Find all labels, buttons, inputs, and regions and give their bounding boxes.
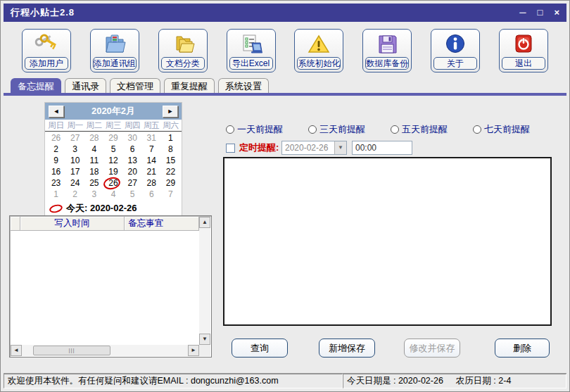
calendar-day[interactable]: 1 xyxy=(161,132,180,144)
calendar-prev-button[interactable]: ◄ xyxy=(49,106,64,118)
calendar-day[interactable]: 1 xyxy=(46,189,65,200)
calendar-day[interactable]: 4 xyxy=(103,189,122,200)
reminder-date-dropdown[interactable]: 2020-02-26 ▼ xyxy=(281,141,347,155)
calendar-day-grid: 2627282930311234567891011121314151617181… xyxy=(45,132,182,201)
calendar-day[interactable]: 6 xyxy=(123,144,142,155)
scroll-left-icon[interactable]: ◄ xyxy=(11,345,22,356)
export-excel-button[interactable]: 导出Excel xyxy=(227,29,276,72)
calendar-weekday: 周六 xyxy=(161,120,180,131)
minimize-button[interactable]: ─ xyxy=(519,4,526,22)
calendar-day[interactable]: 18 xyxy=(84,166,103,177)
calendar-day[interactable]: 30 xyxy=(123,132,142,144)
tool-button-label: 退出 xyxy=(502,57,545,70)
radio-one-day-before[interactable]: 一天前提醒 xyxy=(226,123,283,136)
calendar-day[interactable]: 7 xyxy=(142,144,161,155)
calendar-next-button[interactable]: ► xyxy=(163,106,178,118)
calendar-day[interactable]: 5 xyxy=(103,144,122,155)
tab-document-manage[interactable]: 文档管理 xyxy=(110,78,160,93)
timed-reminder-row: 定时提醒: xyxy=(226,141,279,155)
calendar-day[interactable]: 19 xyxy=(103,166,122,177)
calendar-day[interactable]: 29 xyxy=(161,177,180,189)
radio-five-days-before[interactable]: 五天前提醒 xyxy=(391,123,448,136)
window-title: 行程小贴士2.8 xyxy=(11,6,75,19)
calendar-day[interactable]: 23 xyxy=(46,177,65,189)
query-button[interactable]: 查询 xyxy=(232,339,288,358)
tab-memo-reminder[interactable]: 备忘提醒 xyxy=(11,78,61,93)
calendar-day[interactable]: 28 xyxy=(142,177,161,189)
column-header-write-time[interactable]: 写入时间 xyxy=(20,217,125,231)
tab-system-settings[interactable]: 系统设置 xyxy=(218,78,269,93)
add-user-button[interactable]: 添加用户 xyxy=(22,29,71,72)
timed-reminder-checkbox[interactable] xyxy=(226,144,235,153)
memo-table[interactable]: 写入时间 备忘事宜 ▲ ▼ ◄ ||| ► xyxy=(9,215,212,358)
column-header-memo[interactable]: 备忘事宜 xyxy=(125,217,199,231)
calendar-day[interactable]: 22 xyxy=(161,166,180,177)
chevron-down-icon[interactable]: ▼ xyxy=(334,141,346,154)
calendar-day[interactable]: 28 xyxy=(84,132,103,144)
info-icon xyxy=(433,32,477,57)
tab-underline-band xyxy=(4,93,566,96)
scroll-down-icon[interactable]: ▼ xyxy=(199,334,210,345)
calendar-day[interactable]: 31 xyxy=(142,132,161,144)
close-button[interactable]: × xyxy=(554,4,559,22)
reminder-time-input[interactable]: 00:00 xyxy=(352,141,412,155)
calendar-day[interactable]: 9 xyxy=(46,155,65,166)
maximize-button[interactable]: □ xyxy=(538,4,543,22)
folders-icon xyxy=(161,32,205,57)
calendar-day[interactable]: 11 xyxy=(84,155,103,166)
calendar-day[interactable]: 29 xyxy=(103,132,122,144)
vertical-scrollbar[interactable]: ▲ ▼ xyxy=(199,217,210,345)
calendar-day[interactable]: 7 xyxy=(161,189,180,200)
scroll-up-icon[interactable]: ▲ xyxy=(199,217,210,228)
radio-icon xyxy=(473,125,481,134)
toolbar: 添加用户 添加通讯组 xyxy=(4,25,566,77)
exit-button[interactable]: 退出 xyxy=(499,29,548,72)
tab-repeat-reminder[interactable]: 重复提醒 xyxy=(164,78,215,93)
status-welcome-text: 欢迎使用本软件。有任何疑问和建议请EMAIL : dongcunzhi@163.… xyxy=(8,375,279,387)
delete-button[interactable]: 删除 xyxy=(495,339,550,358)
calendar-day[interactable]: 3 xyxy=(84,189,103,200)
calendar-day[interactable]: 2 xyxy=(65,189,84,200)
calendar-weekday-row: 周日周一周二周三周四周五周六 xyxy=(45,120,182,132)
calendar-day[interactable]: 24 xyxy=(65,177,84,189)
calendar-day-today[interactable]: 26 xyxy=(103,177,122,189)
calendar-day[interactable]: 26 xyxy=(46,132,65,144)
calendar-day[interactable]: 17 xyxy=(65,166,84,177)
calendar-day[interactable]: 10 xyxy=(65,155,84,166)
calendar-day[interactable]: 21 xyxy=(142,166,161,177)
scrollbar-thumb[interactable]: ||| xyxy=(33,346,110,355)
add-contact-group-button[interactable]: 添加通讯组 xyxy=(90,29,139,72)
calendar-day[interactable]: 15 xyxy=(161,155,180,166)
tab-contacts[interactable]: 通讯录 xyxy=(65,78,106,93)
calendar-day[interactable]: 12 xyxy=(103,155,122,166)
tool-button-label: 文档分类 xyxy=(161,57,205,70)
memo-text-area[interactable] xyxy=(223,157,552,326)
calendar-day[interactable]: 6 xyxy=(142,189,161,200)
calendar-day[interactable]: 16 xyxy=(46,166,65,177)
calendar-day[interactable]: 27 xyxy=(123,177,142,189)
calendar-day[interactable]: 5 xyxy=(123,189,142,200)
calendar: ◄ 2020年2月 ► 周日周一周二周三周四周五周六 2627282930311… xyxy=(44,102,182,218)
document-category-button[interactable]: 文档分类 xyxy=(158,29,208,72)
radio-label: 三天前提醒 xyxy=(319,123,365,136)
add-save-button[interactable]: 新增保存 xyxy=(319,339,375,358)
calendar-day[interactable]: 3 xyxy=(65,144,84,155)
calendar-day[interactable]: 20 xyxy=(123,166,142,177)
calendar-day[interactable]: 13 xyxy=(123,155,142,166)
about-button[interactable]: 关于 xyxy=(431,29,480,72)
radio-icon xyxy=(308,125,317,134)
calendar-day[interactable]: 2 xyxy=(46,144,65,155)
horizontal-scrollbar[interactable]: ◄ ||| ► xyxy=(11,345,199,356)
database-backup-button[interactable]: 数据库备份 xyxy=(362,29,412,72)
calendar-day[interactable]: 25 xyxy=(84,177,103,189)
calendar-day[interactable]: 27 xyxy=(65,132,84,144)
radio-seven-days-before[interactable]: 七天前提醒 xyxy=(473,123,530,136)
tool-button-label: 关于 xyxy=(433,57,477,70)
calendar-day[interactable]: 4 xyxy=(84,144,103,155)
scroll-right-icon[interactable]: ► xyxy=(188,345,199,356)
system-init-button[interactable]: 系统初始化 xyxy=(294,29,343,72)
radio-three-days-before[interactable]: 三天前提醒 xyxy=(308,123,365,136)
export-excel-icon xyxy=(229,32,273,57)
calendar-day[interactable]: 8 xyxy=(161,144,180,155)
calendar-day[interactable]: 14 xyxy=(142,155,161,166)
